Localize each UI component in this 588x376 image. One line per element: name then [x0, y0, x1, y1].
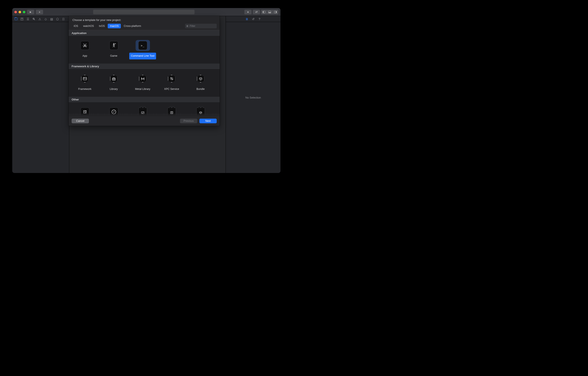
find-navigator-tab[interactable]: 🔍︎: [31, 16, 37, 22]
file-inspector-tab[interactable]: 🗎: [245, 17, 249, 21]
navigator-selector-bar: ☰ 🔍︎ ⚠︎ ◇ ▤ ⬠ ⌸: [12, 16, 69, 22]
automator-action-icon: [138, 108, 147, 116]
section-header-framework: Framework & Library: [69, 63, 220, 69]
platform-tab-bar: iOS watchOS tvOS macOS Cross-platform Fi…: [69, 24, 220, 30]
template-xpc-service-label: XPC Service: [162, 86, 181, 93]
framework-icon: [80, 74, 90, 83]
run-button[interactable]: [27, 10, 34, 14]
titlebar: [12, 8, 281, 16]
section-header-application: Application: [69, 30, 220, 36]
metal-library-icon: [138, 74, 147, 83]
svg-rect-1: [83, 77, 87, 80]
filter-placeholder: Filter: [190, 24, 195, 27]
template-automator-action[interactable]: Automator Action: [128, 105, 157, 116]
xpc-service-icon: [167, 74, 176, 83]
template-xpc-service[interactable]: XPC Service: [157, 72, 186, 94]
no-selection-label: No Selection: [245, 96, 261, 99]
next-button[interactable]: Next: [200, 119, 217, 123]
template-app[interactable]: App: [70, 39, 99, 61]
previous-button[interactable]: Previous: [180, 119, 197, 123]
template-scroll-area[interactable]: Application App: [69, 30, 220, 116]
navigator-pane: ☰ 🔍︎ ⚠︎ ◇ ▤ ⬠ ⌸: [12, 16, 69, 173]
toggle-inspector-button[interactable]: [273, 10, 278, 14]
project-navigator-tab[interactable]: [13, 16, 19, 22]
toggle-navigator-button[interactable]: [261, 10, 267, 14]
sheet-button-bar: Cancel Previous Next: [69, 116, 220, 126]
toggle-debug-area-button[interactable]: [267, 10, 273, 14]
minimize-window-button[interactable]: [19, 11, 21, 13]
template-library-label: Library: [108, 86, 119, 93]
safari-extension-icon: [109, 107, 118, 116]
template-cli-label: Command Line Tool: [129, 53, 156, 59]
terminal-icon: >_: [138, 41, 147, 50]
template-metal-library-label: Metal Library: [133, 86, 152, 93]
traffic-lights: [14, 11, 25, 13]
test-navigator-tab[interactable]: ◇: [43, 16, 49, 22]
platform-tab-crossplatform[interactable]: Cross-platform: [122, 24, 143, 28]
inspector-pane: 🗎 ↺ ? No Selection: [226, 16, 281, 173]
source-control-navigator-tab[interactable]: [19, 16, 25, 22]
template-bundle-label: Bundle: [195, 86, 206, 93]
close-window-button[interactable]: [14, 11, 17, 13]
section-header-other: Other: [69, 96, 220, 103]
platform-tab-tvos[interactable]: tvOS: [97, 24, 107, 28]
svg-rect-3: [141, 112, 144, 114]
template-framework-label: Framework: [76, 86, 93, 93]
add-editor-button[interactable]: [244, 10, 252, 14]
sheet-title: Choose a template for your new project:: [69, 16, 220, 24]
template-framework[interactable]: Framework: [70, 72, 99, 94]
template-applescript-app[interactable]: AppleScript App: [70, 105, 99, 116]
template-library[interactable]: Library: [99, 72, 128, 94]
svg-point-5: [171, 112, 172, 113]
template-metal-library[interactable]: Metal Library: [128, 72, 157, 94]
template-game-label: Game: [108, 53, 119, 59]
stop-button[interactable]: [36, 10, 43, 14]
template-contacts-action[interactable]: Contacts Action: [157, 105, 186, 116]
symbol-navigator-tab[interactable]: ☰: [25, 16, 31, 22]
history-inspector-tab[interactable]: ↺: [251, 17, 255, 21]
template-safari-extension[interactable]: Safari Extension: [99, 105, 128, 116]
generic-kernel-icon: [196, 108, 205, 116]
report-navigator-tab[interactable]: ⌸: [60, 16, 66, 22]
template-filter-field[interactable]: Filter: [185, 24, 217, 28]
app-icon: [81, 41, 89, 50]
template-bundle[interactable]: Bundle: [186, 72, 215, 94]
bundle-icon: [196, 74, 205, 83]
code-review-button[interactable]: [253, 10, 260, 14]
platform-tab-macos[interactable]: macOS: [108, 24, 121, 28]
platform-tab-watchos[interactable]: watchOS: [81, 24, 96, 28]
activity-viewer[interactable]: [93, 10, 195, 14]
svg-point-0: [113, 43, 114, 44]
zoom-window-button[interactable]: [23, 11, 25, 13]
issue-navigator-tab[interactable]: ⚠︎: [37, 16, 43, 22]
new-project-sheet: Choose a template for your new project: …: [69, 16, 220, 126]
platform-tab-ios[interactable]: iOS: [72, 24, 80, 28]
applescript-icon: [81, 107, 89, 116]
inspector-selector-bar: 🗎 ↺ ?: [226, 16, 281, 22]
contacts-action-icon: [168, 108, 176, 116]
app-glyph-icon: [82, 43, 87, 48]
game-glyph-icon: [111, 43, 116, 48]
template-generic-kernel[interactable]: Generic Kernel: [186, 105, 215, 116]
cancel-button[interactable]: Cancel: [72, 119, 89, 123]
game-icon: [109, 41, 118, 50]
breakpoint-navigator-tab[interactable]: ⬠: [54, 16, 60, 22]
debug-navigator-tab[interactable]: ▤: [49, 16, 54, 22]
library-icon: [109, 74, 118, 83]
template-game[interactable]: Game: [99, 39, 128, 61]
template-command-line-tool[interactable]: >_ Command Line Tool: [128, 39, 157, 61]
quick-help-inspector-tab[interactable]: ?: [258, 17, 262, 21]
template-app-label: App: [81, 53, 89, 59]
